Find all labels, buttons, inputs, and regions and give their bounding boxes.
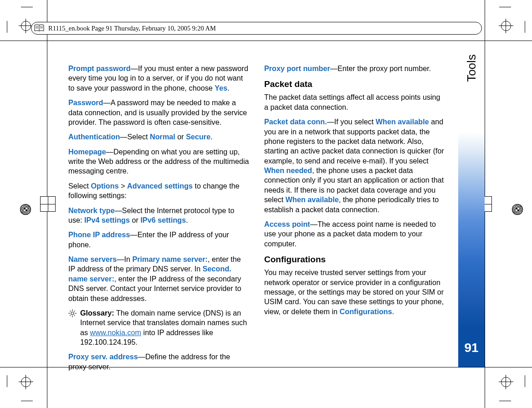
term-prompt-password: Prompt password <box>68 64 131 72</box>
term-phone-ip: Phone IP address <box>68 230 130 239</box>
heading-packet-data: Packet data <box>264 78 445 90</box>
option-ipv4: IPv4 settings <box>84 216 130 224</box>
book-icon <box>34 24 45 32</box>
heading-configurations: Configurations <box>264 254 445 265</box>
para-homepage: Homepage—Depending on what you are setti… <box>68 147 250 176</box>
crop-mark <box>7 375 7 387</box>
menu-options: Options <box>91 182 119 190</box>
term-network-type: Network type <box>68 206 115 214</box>
para-packet-data-intro: The packet data settings affect all acce… <box>264 92 445 112</box>
term-access-point: Access point <box>264 220 310 228</box>
svg-line-15 <box>70 315 71 316</box>
column-right: Proxy port number—Enter the proxy port n… <box>264 64 445 353</box>
para-network-type: Network type—Select the Internet protoco… <box>68 206 250 225</box>
para-proxy-address: Proxy serv. address—Define the address f… <box>68 352 250 372</box>
term-password: Password <box>68 98 103 107</box>
option-normal: Normal <box>150 133 175 141</box>
crop-mark <box>21 401 33 401</box>
para-name-servers: Name servers—In Primary name server:, en… <box>68 255 250 303</box>
column-left: Prompt password—If you must enter a new … <box>68 64 250 353</box>
registration-mark-icon <box>501 21 511 31</box>
para-phone-ip: Phone IP address—Enter the IP address of… <box>68 230 250 250</box>
side-tab-background <box>458 41 485 367</box>
header-text: R1115_en.book Page 91 Thursday, February… <box>48 25 216 32</box>
svg-line-13 <box>74 315 75 316</box>
para-access-point: Access point—The access point name is ne… <box>264 219 445 249</box>
glossary-icon <box>68 309 77 317</box>
registration-mark-icon <box>501 377 511 387</box>
term-authentication: Authentication <box>68 133 120 141</box>
crop-line-top <box>0 41 532 41</box>
para-password: Password—A password may be needed to mak… <box>68 98 250 127</box>
option-when-needed: When needed <box>264 166 312 174</box>
para-proxy-port: Proxy port number—Enter the proxy port n… <box>264 64 445 73</box>
crop-mark <box>525 21 525 33</box>
para-configurations: You may receive trusted server settings … <box>264 268 445 316</box>
crop-mark <box>525 375 525 387</box>
header-strip: R1115_en.book Page 91 Thursday, February… <box>31 22 482 35</box>
registration-cross-icon <box>40 196 56 212</box>
term-proxy-port: Proxy port number <box>264 64 330 72</box>
para-packet-data-conn: Packet data conn.—If you select When ava… <box>264 117 445 214</box>
content-area: Prompt password—If you must enter a new … <box>68 64 445 353</box>
para-authentication: Authentication—Select Normal or Secure. <box>68 132 250 142</box>
option-when-available-2: When available <box>286 195 339 204</box>
svg-point-7 <box>71 312 74 315</box>
registration-mark-icon <box>21 21 31 31</box>
svg-line-14 <box>74 311 75 312</box>
menu-advanced-settings: Advanced settings <box>127 182 193 190</box>
term-packet-data-conn: Packet data conn. <box>264 117 327 126</box>
term-proxy-address: Proxy serv. address <box>68 352 138 361</box>
option-when-available: When available <box>376 117 429 126</box>
crop-mark <box>499 7 511 7</box>
glossary-label: Glossary: <box>80 309 114 317</box>
svg-line-12 <box>70 311 71 312</box>
registration-mark-icon <box>21 377 31 387</box>
option-secure: Secure <box>186 133 210 141</box>
option-configurations: Configurations <box>340 307 392 316</box>
term-name-servers: Name servers <box>68 255 117 263</box>
para-advanced-settings: Select Options > Advanced settings to ch… <box>68 181 250 201</box>
term-primary-name-server: Primary name server: <box>132 255 208 263</box>
glossary-note: Glossary: The domain name service (DNS) … <box>68 308 250 347</box>
crop-mark <box>499 401 511 401</box>
para-prompt-password: Prompt password—If you must enter a new … <box>68 64 250 93</box>
glossary-link: www.nokia.com <box>90 328 141 337</box>
term-homepage: Homepage <box>68 148 106 156</box>
option-yes: Yes <box>215 84 227 92</box>
crop-mark <box>21 7 33 7</box>
crop-mark <box>7 21 7 33</box>
option-ipv6: IPv6 settings <box>140 216 186 224</box>
